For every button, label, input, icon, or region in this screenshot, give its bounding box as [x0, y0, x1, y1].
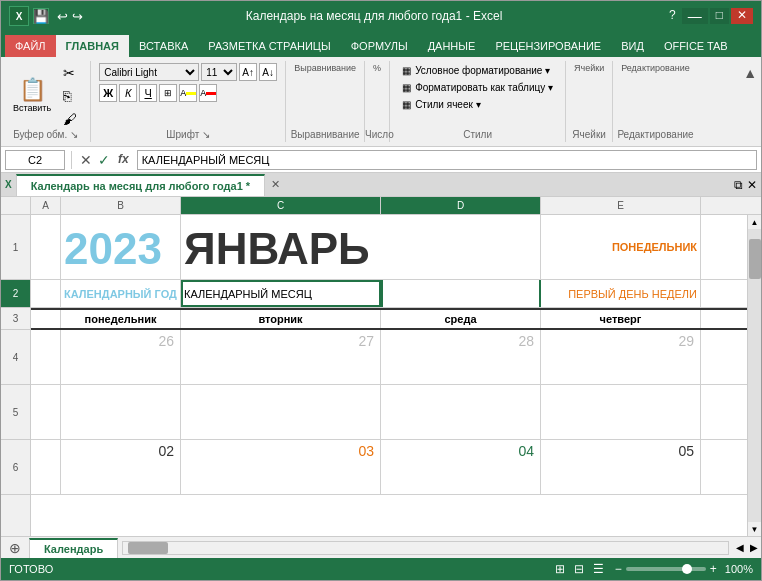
scroll-down-button[interactable]: ▼ [748, 522, 762, 536]
cell-styles-button[interactable]: ▦ Стили ячеек ▾ [398, 97, 485, 112]
cell-a2[interactable] [31, 280, 61, 307]
cell-b4[interactable]: 26 [61, 330, 181, 384]
fill-color-button[interactable]: A [179, 84, 197, 102]
horizontal-scrollbar[interactable] [122, 541, 729, 555]
cell-c5[interactable] [181, 385, 381, 439]
cell-c3[interactable]: вторник [181, 310, 381, 328]
cell-reference-input[interactable] [5, 150, 65, 170]
insert-function-icon[interactable]: fx [114, 152, 133, 168]
cell-a5[interactable] [31, 385, 61, 439]
restore-window-icon[interactable]: ⧉ [734, 178, 743, 192]
row-num-5[interactable]: 5 [1, 385, 30, 440]
underline-button[interactable]: Ч [139, 84, 157, 102]
col-header-a[interactable]: A [31, 197, 61, 214]
sheet-tab-calendar-bottom[interactable]: Календарь [29, 538, 118, 558]
tab-insert[interactable]: ВСТАВКА [129, 35, 198, 57]
cell-e4[interactable]: 29 [541, 330, 701, 384]
increase-font-button[interactable]: A↑ [239, 63, 257, 81]
page-layout-icon[interactable]: ☰ [593, 562, 604, 576]
tab-review[interactable]: РЕЦЕНЗИРОВАНИЕ [485, 35, 611, 57]
tab-view[interactable]: ВИД [611, 35, 654, 57]
cell-e5[interactable] [541, 385, 701, 439]
scroll-thumb[interactable] [749, 239, 761, 279]
cell-c2[interactable]: КАЛЕНДАРНЫЙ МЕСЯЦ [181, 280, 381, 307]
cell-d2[interactable] [381, 280, 541, 307]
add-sheet-button[interactable]: ⊕ [1, 537, 29, 559]
help-button[interactable]: ? [665, 8, 680, 24]
confirm-formula-icon[interactable]: ✓ [96, 152, 112, 168]
maximize-button[interactable]: □ [710, 8, 729, 24]
close-button[interactable]: ✕ [731, 8, 753, 24]
vertical-scrollbar[interactable]: ▲ ▼ [747, 215, 761, 536]
cell-b2[interactable]: КАЛЕНДАРНЫЙ ГОД [61, 280, 181, 307]
row-num-3[interactable]: 3 [1, 308, 30, 330]
formula-input[interactable] [137, 150, 757, 170]
font-family-select[interactable]: Calibri Light [99, 63, 199, 81]
ribbon-collapse-button[interactable]: ▲ [739, 61, 761, 142]
row-num-6[interactable]: 6 [1, 440, 30, 495]
cell-e1[interactable]: ПОНЕДЕЛЬНИК [541, 215, 701, 279]
font-size-select[interactable]: 11 [201, 63, 237, 81]
tab-file[interactable]: ФАЙЛ [5, 35, 56, 57]
border-button[interactable]: ⊞ [159, 84, 177, 102]
row-num-4[interactable]: 4 [1, 330, 30, 385]
close-tab-icon[interactable]: ✕ [271, 178, 280, 191]
redo-button[interactable]: ↪ [72, 9, 83, 24]
scroll-right-button[interactable]: ▶ [747, 542, 761, 553]
scroll-up-button[interactable]: ▲ [748, 215, 762, 229]
conditional-formatting-button[interactable]: ▦ Условное форматирование ▾ [398, 63, 554, 78]
cell-b3[interactable]: понедельник [61, 310, 181, 328]
minimize-button[interactable]: — [682, 8, 708, 24]
italic-button[interactable]: К [119, 84, 137, 102]
copy-button[interactable]: ⎘ [59, 86, 82, 106]
col-header-b[interactable]: B [61, 197, 181, 214]
page-break-icon[interactable]: ⊟ [574, 562, 584, 576]
cut-button[interactable]: ✂ [59, 63, 82, 83]
font-color-button[interactable]: A [199, 84, 217, 102]
cell-a4[interactable] [31, 330, 61, 384]
cell-e6[interactable]: 05 [541, 440, 701, 494]
cell-e2[interactable]: ПЕРВЫЙ ДЕНЬ НЕДЕЛИ [541, 280, 701, 307]
scroll-track[interactable] [748, 229, 762, 522]
cell-a3[interactable] [31, 310, 61, 328]
zoom-slider[interactable] [626, 567, 706, 571]
row-num-1[interactable]: 1 [1, 215, 30, 280]
tab-page-layout[interactable]: РАЗМЕТКА СТРАНИЦЫ [198, 35, 340, 57]
normal-view-icon[interactable]: ⊞ [555, 562, 565, 576]
sheet-tab-calendar[interactable]: Календарь на месяц для любого года1 * [16, 174, 265, 196]
cell-d6[interactable]: 04 [381, 440, 541, 494]
cell-b1[interactable]: 2023 [61, 215, 181, 279]
tab-formulas[interactable]: ФОРМУЛЫ [341, 35, 418, 57]
cell-d3[interactable]: среда [381, 310, 541, 328]
paste-button[interactable]: 📋 Вставить [9, 77, 55, 115]
cell-b6[interactable]: 02 [61, 440, 181, 494]
close-window-icon[interactable]: ✕ [747, 178, 757, 192]
cell-b5[interactable] [61, 385, 181, 439]
zoom-in-button[interactable]: + [710, 562, 717, 576]
undo-button[interactable]: ↩ [57, 9, 68, 24]
bold-button[interactable]: Ж [99, 84, 117, 102]
row-num-2[interactable]: 2 [1, 280, 30, 308]
h-scroll-thumb[interactable] [128, 542, 168, 554]
cell-d4[interactable]: 28 [381, 330, 541, 384]
col-header-e[interactable]: E [541, 197, 701, 214]
cancel-formula-icon[interactable]: ✕ [78, 152, 94, 168]
cell-d5[interactable] [381, 385, 541, 439]
cell-a6[interactable] [31, 440, 61, 494]
tab-data[interactable]: ДАННЫЕ [418, 35, 486, 57]
save-icon[interactable]: 💾 [33, 8, 49, 24]
cell-a1[interactable] [31, 215, 61, 279]
cell-c6[interactable]: 03 [181, 440, 381, 494]
zoom-out-button[interactable]: − [615, 562, 622, 576]
tab-home[interactable]: ГЛАВНАЯ [56, 35, 129, 57]
decrease-font-button[interactable]: A↓ [259, 63, 277, 81]
cell-c1[interactable]: ЯНВАРЬ [181, 215, 541, 279]
format-table-button[interactable]: ▦ Форматировать как таблицу ▾ [398, 80, 557, 95]
col-header-c[interactable]: C [181, 197, 381, 214]
format-painter-button[interactable]: 🖌 [59, 109, 82, 129]
scroll-left-button[interactable]: ◀ [733, 542, 747, 553]
cell-e3[interactable]: четверг [541, 310, 701, 328]
cell-c4[interactable]: 27 [181, 330, 381, 384]
col-header-d[interactable]: D [381, 197, 541, 214]
tab-office-tab[interactable]: OFFICE TAB [654, 35, 738, 57]
